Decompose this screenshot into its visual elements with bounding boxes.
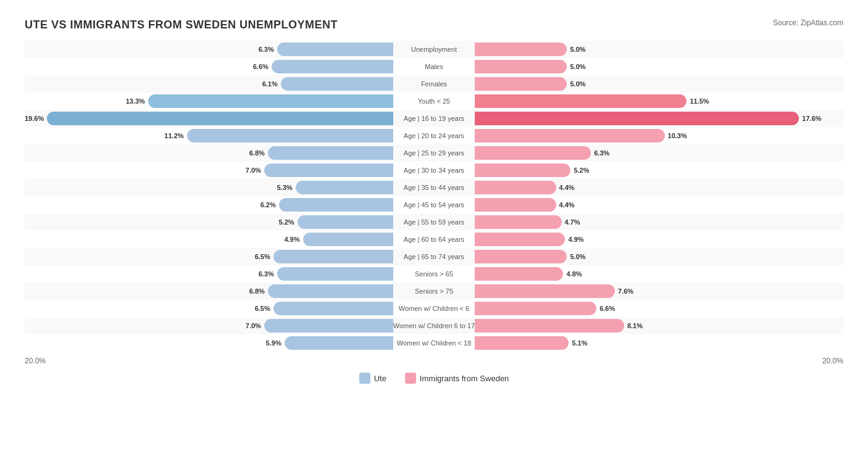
left-value: 6.3% [259,270,274,278]
row-label: Age | 65 to 74 years [393,253,475,260]
left-section: 5.3% [25,181,393,194]
left-section: 7.0% [25,319,393,333]
left-section: 11.2% [25,129,393,143]
sweden-label: Immigrants from Sweden [420,374,509,383]
right-section: 17.6% [475,112,843,125]
bar-left [298,215,393,229]
row-label: Age | 35 to 44 years [393,184,475,191]
right-value: 4.4% [559,201,575,209]
right-section: 4.8% [475,267,843,281]
bar-right [475,94,686,108]
right-value: 4.8% [566,270,582,278]
chart-source: Source: ZipAtlas.com [773,19,843,27]
chart-area: 6.3% Unemployment 5.0% 6.6% Males 5.0% 6… [25,41,843,352]
bar-right [475,302,596,315]
left-section: 13.3% [25,94,393,108]
row-label: Unemployment [393,46,475,53]
row-label: Seniors > 65 [393,270,475,278]
bar-right [475,43,567,56]
bar-right [475,60,567,73]
left-section: 19.6% [25,112,393,125]
right-value: 4.7% [565,218,580,226]
bar-left [277,43,393,56]
bar-left [148,94,393,108]
table-row: 5.3% Age | 35 to 44 years 4.4% [25,179,843,196]
left-section: 6.3% [25,43,393,56]
bar-right [475,215,561,229]
axis-left: 20.0% [25,357,393,365]
right-value: 5.0% [570,46,585,53]
left-value: 6.3% [259,46,274,53]
right-section: 5.0% [475,77,843,91]
left-section: 6.8% [25,146,393,160]
right-section: 4.9% [475,233,843,246]
right-section: 5.2% [475,163,843,177]
right-value: 4.9% [568,236,583,243]
row-label: Age | 16 to 19 years [393,115,475,122]
left-value: 6.8% [249,149,265,157]
left-value: 13.3% [126,97,145,105]
bar-left [273,302,393,315]
left-section: 4.9% [25,233,393,246]
row-label: Seniors > 75 [393,287,475,295]
right-value: 8.1% [627,322,643,329]
left-section: 6.5% [25,250,393,263]
left-section: 6.5% [25,302,393,315]
left-value: 5.3% [277,184,293,191]
bar-right [475,198,556,212]
bar-left [272,60,393,73]
row-label: Age | 45 to 54 years [393,201,475,209]
row-label: Age | 55 to 59 years [393,218,475,226]
right-value: 5.0% [570,80,585,88]
left-section: 5.2% [25,215,393,229]
bar-right [475,146,591,160]
bar-right [475,267,563,281]
right-section: 5.1% [475,336,843,350]
bar-right [475,250,567,263]
left-section: 7.0% [25,163,393,177]
row-label: Women w/ Children < 6 [393,305,475,312]
table-row: 19.6% Age | 16 to 19 years 17.6% [25,110,843,127]
row-label: Females [393,80,475,88]
right-section: 7.6% [475,284,843,298]
left-value: 6.5% [255,253,270,260]
ute-swatch [359,373,370,384]
bar-left [296,181,393,194]
right-value: 5.1% [572,339,587,347]
bar-left [279,198,393,212]
bar-left [285,336,393,350]
table-row: 4.9% Age | 60 to 64 years 4.9% [25,231,843,248]
table-row: 6.3% Seniors > 65 4.8% [25,265,843,283]
bar-right [475,129,664,143]
right-section: 4.7% [475,215,843,229]
left-value: 4.9% [284,236,299,243]
bar-right [475,112,799,125]
bar-right [475,336,569,350]
row-label: Age | 60 to 64 years [393,236,475,243]
table-row: 6.2% Age | 45 to 54 years 4.4% [25,196,843,213]
right-section: 5.0% [475,60,843,73]
right-section: 4.4% [475,198,843,212]
bar-left [268,146,393,160]
left-value: 6.6% [253,63,269,70]
table-row: 6.5% Women w/ Children < 6 6.6% [25,300,843,317]
table-row: 6.6% Males 5.0% [25,58,843,75]
left-value: 7.0% [246,322,261,329]
axis-right: 20.0% [475,357,843,365]
right-value: 17.6% [802,115,821,122]
right-value: 6.3% [594,149,609,157]
bar-left [264,163,393,177]
row-label: Males [393,63,475,70]
row-label: Age | 20 to 24 years [393,132,475,139]
right-section: 6.6% [475,302,843,315]
left-section: 6.3% [25,267,393,281]
table-row: 11.2% Age | 20 to 24 years 10.3% [25,127,843,144]
left-value: 5.2% [278,218,294,226]
row-label: Age | 30 to 34 years [393,167,475,174]
right-section: 5.0% [475,43,843,56]
right-value: 5.2% [574,167,589,174]
bar-right [475,163,570,177]
table-row: 5.9% Women w/ Children < 18 5.1% [25,334,843,352]
right-value: 6.6% [599,305,615,312]
table-row: 6.8% Seniors > 75 7.6% [25,283,843,300]
